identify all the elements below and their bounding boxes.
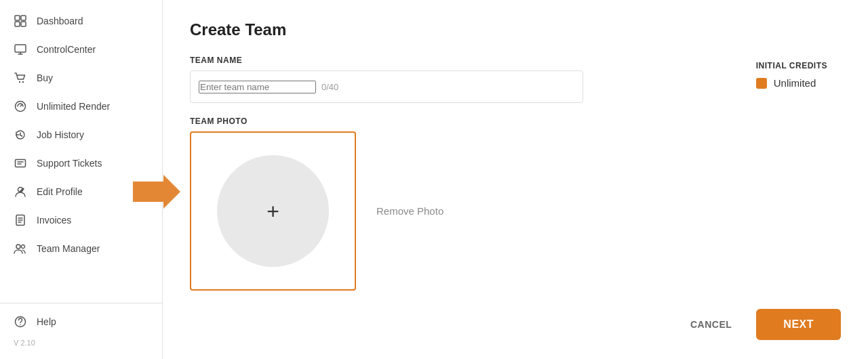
sidebar-item-supporttickets[interactable]: Support Tickets bbox=[0, 149, 162, 177]
sidebar-item-help[interactable]: Help bbox=[0, 308, 162, 336]
sidebar-label-jobhistory: Job History bbox=[37, 129, 84, 140]
sidebar-item-unlimitedrender[interactable]: Unlimited Render bbox=[0, 92, 162, 121]
profile-icon bbox=[14, 185, 27, 198]
sidebar-label-controlcenter: ControlCenter bbox=[37, 44, 96, 55]
team-name-input[interactable] bbox=[199, 81, 316, 93]
sidebar-label-dashboard: Dashboard bbox=[37, 16, 83, 26]
sidebar-item-dashboard[interactable]: Dashboard bbox=[0, 7, 162, 35]
team-photo-label: TEAM PHOTO bbox=[190, 117, 841, 126]
svg-rect-1 bbox=[21, 16, 26, 20]
svg-point-14 bbox=[20, 324, 21, 326]
sidebar-label-help: Help bbox=[37, 316, 56, 327]
credits-dot bbox=[756, 78, 767, 89]
photo-circle: + bbox=[217, 155, 329, 267]
cart-icon bbox=[14, 71, 27, 85]
render-icon bbox=[14, 100, 27, 113]
plus-icon: + bbox=[267, 200, 279, 222]
svg-point-12 bbox=[22, 245, 25, 249]
history-icon bbox=[14, 128, 27, 142]
monitor-icon bbox=[14, 43, 27, 56]
arrow-indicator bbox=[133, 175, 180, 209]
char-count: 0/40 bbox=[321, 82, 338, 92]
svg-rect-0 bbox=[15, 16, 20, 20]
page-title: Create Team bbox=[190, 20, 841, 39]
team-photo-field: TEAM PHOTO + Remove Photo bbox=[190, 117, 841, 291]
sidebar-item-teammanager[interactable]: Team Manager bbox=[0, 234, 162, 263]
svg-point-5 bbox=[19, 81, 20, 83]
tickets-icon bbox=[14, 156, 27, 170]
sidebar-label-buy: Buy bbox=[37, 72, 53, 83]
sidebar-label-invoices: Invoices bbox=[37, 215, 71, 226]
help-icon bbox=[14, 315, 27, 329]
sidebar-item-invoices[interactable]: Invoices bbox=[0, 206, 162, 234]
footer-buttons: CANCEL NEXT bbox=[679, 309, 841, 340]
dashboard-icon bbox=[14, 14, 27, 28]
credits-text: Unlimited bbox=[774, 77, 816, 89]
main-content: Create Team INITIAL CREDITS Unlimited TE… bbox=[163, 0, 868, 359]
sidebar-label-editprofile: Edit Profile bbox=[37, 186, 83, 197]
svg-marker-15 bbox=[133, 175, 180, 209]
version-label: V 2.10 bbox=[0, 336, 162, 352]
svg-rect-8 bbox=[16, 160, 26, 167]
svg-rect-2 bbox=[15, 22, 20, 26]
credits-title: INITIAL CREDITS bbox=[756, 61, 827, 70]
photo-section: + Remove Photo bbox=[190, 131, 841, 291]
next-button[interactable]: NEXT bbox=[756, 309, 841, 340]
credits-section: INITIAL CREDITS Unlimited bbox=[756, 61, 827, 89]
credits-value: Unlimited bbox=[756, 77, 827, 89]
sidebar-item-buy[interactable]: Buy bbox=[0, 64, 162, 92]
team-icon bbox=[14, 242, 27, 255]
svg-rect-4 bbox=[15, 45, 26, 52]
sidebar-item-jobhistory[interactable]: Job History bbox=[0, 121, 162, 149]
team-name-label: TEAM NAME bbox=[190, 56, 841, 65]
svg-rect-3 bbox=[21, 22, 26, 26]
cancel-button[interactable]: CANCEL bbox=[679, 312, 743, 337]
svg-point-11 bbox=[16, 245, 20, 249]
remove-photo-button[interactable]: Remove Photo bbox=[376, 205, 443, 217]
photo-upload-box[interactable]: + bbox=[190, 131, 356, 291]
svg-point-6 bbox=[22, 81, 24, 83]
create-team-form: TEAM NAME 0/40 TEAM PHOTO + Remove Photo bbox=[190, 56, 841, 291]
team-name-input-wrapper[interactable]: 0/40 bbox=[190, 70, 583, 103]
sidebar-label-supporttickets: Support Tickets bbox=[37, 158, 102, 169]
sidebar-label-teammanager: Team Manager bbox=[37, 243, 100, 254]
sidebar-label-unlimitedrender: Unlimited Render bbox=[37, 101, 110, 112]
sidebar-item-controlcenter[interactable]: ControlCenter bbox=[0, 35, 162, 64]
invoices-icon bbox=[14, 213, 27, 227]
team-name-field: TEAM NAME 0/40 bbox=[190, 56, 841, 103]
sidebar-bottom: Help V 2.10 bbox=[0, 303, 162, 352]
